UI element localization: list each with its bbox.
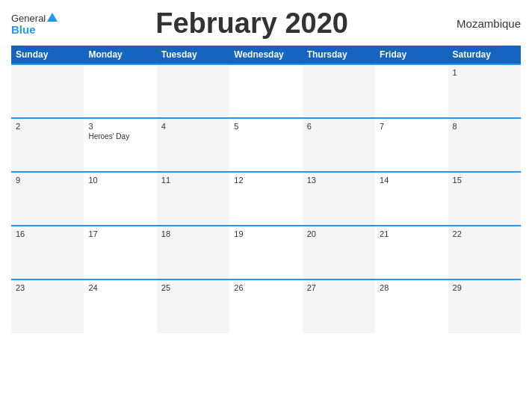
calendar-day-cell: 16 (11, 226, 84, 279)
header-sunday: Sunday (11, 46, 84, 64)
calendar-day-cell: 19 (229, 226, 302, 279)
calendar-day-cell: 27 (303, 279, 375, 333)
day-number: 1 (453, 68, 516, 77)
calendar-day-cell: 26 (229, 279, 302, 333)
day-number: 13 (307, 176, 371, 185)
calendar-day-cell: 15 (448, 172, 521, 226)
day-number: 14 (380, 176, 443, 185)
day-number: 4 (161, 122, 225, 131)
day-number: 12 (234, 176, 297, 185)
header-saturday: Saturday (448, 46, 521, 64)
calendar-day-cell: 17 (84, 226, 156, 279)
calendar-week-row: 16171819202122 (11, 226, 521, 279)
calendar-day-cell: 9 (11, 172, 84, 226)
calendar-day-cell: 1 (448, 64, 521, 118)
calendar-day-cell: 13 (303, 172, 375, 226)
calendar-day-cell: 21 (375, 226, 448, 279)
day-event: Heroes' Day (88, 132, 152, 140)
header-wednesday: Wednesday (229, 46, 302, 64)
calendar-day-cell: 5 (229, 118, 302, 172)
calendar-day-cell (84, 64, 156, 118)
day-number: 6 (307, 122, 371, 131)
calendar-day-cell (11, 64, 84, 118)
calendar-week-row: 9101112131415 (11, 172, 521, 226)
day-number: 11 (161, 176, 225, 185)
calendar-container: General Blue February 2020 Mozambique Su… (0, 0, 532, 411)
day-number: 7 (380, 122, 443, 131)
day-number: 17 (88, 229, 152, 238)
day-number: 20 (307, 229, 371, 238)
day-number: 23 (16, 283, 79, 292)
header-monday: Monday (84, 46, 156, 64)
logo-top-row: General (11, 12, 58, 24)
calendar-day-cell: 23 (11, 279, 84, 333)
header-tuesday: Tuesday (157, 46, 229, 64)
calendar-day-cell: 28 (375, 279, 448, 333)
day-number: 27 (307, 283, 371, 292)
calendar-day-cell: 4 (157, 118, 229, 172)
calendar-day-cell (157, 64, 229, 118)
calendar-day-cell: 22 (448, 226, 521, 279)
calendar-table: Sunday Monday Tuesday Wednesday Thursday… (11, 46, 521, 333)
header-friday: Friday (375, 46, 448, 64)
day-number: 9 (16, 176, 79, 185)
day-number: 26 (234, 283, 297, 292)
day-number: 24 (88, 283, 152, 292)
day-number: 21 (380, 229, 443, 238)
calendar-title: February 2020 (58, 7, 446, 40)
day-number: 16 (16, 229, 79, 238)
calendar-day-cell: 14 (375, 172, 448, 226)
calendar-day-cell (229, 64, 302, 118)
calendar-day-cell: 24 (84, 279, 156, 333)
country-label: Mozambique (446, 17, 521, 30)
calendar-day-cell: 20 (303, 226, 375, 279)
weekday-header-row: Sunday Monday Tuesday Wednesday Thursday… (11, 46, 521, 64)
calendar-day-cell: 29 (448, 279, 521, 333)
logo-blue-text: Blue (11, 24, 36, 35)
day-number: 8 (453, 122, 516, 131)
logo-general-text: General (11, 13, 46, 24)
calendar-day-cell: 8 (448, 118, 521, 172)
logo: General Blue (11, 12, 58, 35)
day-number: 10 (88, 176, 152, 185)
calendar-header-row: Sunday Monday Tuesday Wednesday Thursday… (11, 46, 521, 64)
calendar-day-cell (375, 64, 448, 118)
day-number: 25 (161, 283, 225, 292)
header-thursday: Thursday (303, 46, 375, 64)
calendar-header: General Blue February 2020 Mozambique (11, 7, 521, 40)
calendar-day-cell: 12 (229, 172, 302, 226)
calendar-day-cell: 25 (157, 279, 229, 333)
calendar-day-cell: 3Heroes' Day (84, 118, 156, 172)
calendar-day-cell: 10 (84, 172, 156, 226)
day-number: 18 (161, 229, 225, 238)
calendar-week-row: 23242526272829 (11, 279, 521, 333)
calendar-week-row: 23Heroes' Day45678 (11, 118, 521, 172)
calendar-day-cell: 7 (375, 118, 448, 172)
calendar-day-cell: 6 (303, 118, 375, 172)
logo-triangle-icon (47, 13, 58, 22)
calendar-day-cell: 11 (157, 172, 229, 226)
day-number: 2 (16, 122, 79, 131)
calendar-week-row: 1 (11, 64, 521, 118)
calendar-body: 123Heroes' Day45678910111213141516171819… (11, 64, 521, 333)
day-number: 22 (453, 229, 516, 238)
calendar-day-cell: 2 (11, 118, 84, 172)
day-number: 5 (234, 122, 297, 131)
day-number: 15 (453, 176, 516, 185)
calendar-day-cell (303, 64, 375, 118)
day-number: 28 (380, 283, 443, 292)
calendar-day-cell: 18 (157, 226, 229, 279)
day-number: 29 (453, 283, 516, 292)
day-number: 19 (234, 229, 297, 238)
day-number: 3 (88, 122, 152, 131)
